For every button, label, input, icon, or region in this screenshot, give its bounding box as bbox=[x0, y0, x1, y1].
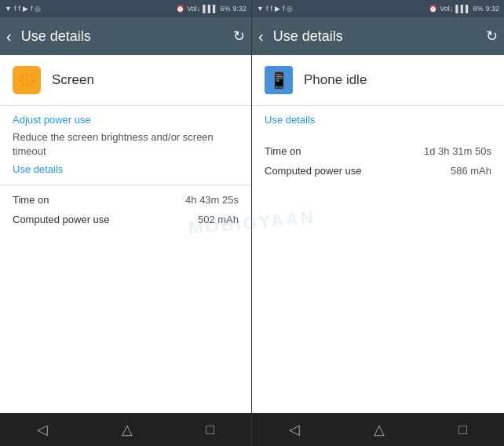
left-stat-value-0: 4h 43m 25s bbox=[185, 194, 239, 206]
right-status-right: ⏰ Vol↓ ▌▌▌ 6% 9:32 bbox=[429, 5, 499, 13]
left-adjust-section: Adjust power use Reduce the screen brigh… bbox=[0, 106, 251, 185]
right-phone-icon: 📱 bbox=[269, 71, 289, 90]
left-stat-row-0: Time on 4h 43m 25s bbox=[13, 190, 239, 210]
left-insta-icon: ◎ bbox=[35, 5, 41, 13]
right-stat-row-1: Computed power use 586 mAh bbox=[265, 161, 491, 181]
left-vol-icon: Vol↓ bbox=[187, 5, 200, 13]
left-back-nav[interactable]: ◁ bbox=[21, 415, 64, 444]
right-toolbar-title: Use details bbox=[273, 28, 486, 45]
right-stat-label-1: Computed power use bbox=[265, 165, 362, 177]
left-screen-icon: 🔆 bbox=[17, 71, 37, 90]
left-home-nav[interactable]: △ bbox=[106, 415, 148, 444]
right-alarm-icon: ⏰ bbox=[429, 5, 437, 13]
right-app-icon: 📱 bbox=[265, 66, 293, 94]
right-fb3-icon: f bbox=[283, 5, 285, 13]
left-toolbar-title: Use details bbox=[21, 28, 233, 45]
left-stat-label-1: Computed power use bbox=[13, 214, 110, 225]
left-stat-value-1: 502 mAh bbox=[198, 214, 239, 225]
left-stat-label-0: Time on bbox=[13, 194, 49, 206]
left-stats: Time on 4h 43m 25s Computed power use 50… bbox=[0, 185, 251, 237]
left-stat-row-1: Computed power use 502 mAh bbox=[13, 210, 239, 229]
right-time: 9:32 bbox=[485, 5, 499, 13]
left-refresh-button[interactable]: ↻ bbox=[233, 27, 245, 45]
left-toolbar: ‹ Use details ↻ bbox=[0, 17, 251, 55]
left-content: 🔆 Screen Adjust power use Reduce the scr… bbox=[0, 55, 251, 413]
right-status-icons: ▼ f f ▶ f ◎ bbox=[257, 5, 293, 13]
left-description: Reduce the screen brightness and/or scre… bbox=[13, 130, 239, 159]
right-battery-icon: 6% bbox=[473, 5, 483, 13]
right-stat-value-1: 586 mAh bbox=[451, 165, 491, 177]
left-status-icons: ▼ f f ▶ f ◎ bbox=[5, 5, 41, 13]
right-signal-icon: ▌▌▌ bbox=[455, 5, 470, 13]
left-fb2-icon: f bbox=[18, 5, 20, 13]
left-signal-icon: ▌▌▌ bbox=[203, 5, 217, 13]
left-yt-icon: ▶ bbox=[23, 5, 28, 13]
right-screen: ▼ f f ▶ f ◎ ⏰ Vol↓ ▌▌▌ 6% 9:32 ‹ Use det… bbox=[252, 0, 504, 446]
screens-wrapper: ▼ f f ▶ f ◎ ⏰ Vol↓ ▌▌▌ 6% 9:32 ‹ Use det… bbox=[0, 0, 504, 446]
left-back-button[interactable]: ‹ bbox=[6, 27, 12, 46]
right-vol-icon: Vol↓ bbox=[440, 5, 453, 13]
left-app-name: Screen bbox=[52, 72, 94, 88]
left-time: 9:32 bbox=[232, 5, 247, 13]
left-nav-bar: ◁ △ □ bbox=[0, 413, 251, 446]
right-fb2-icon: f bbox=[270, 5, 272, 13]
right-app-header: 📱 Phone idle bbox=[252, 55, 504, 105]
left-status-right: ⏰ Vol↓ ▌▌▌ 6% 9:32 bbox=[176, 5, 247, 13]
right-use-section: Use details bbox=[252, 106, 504, 137]
right-yt-icon: ▶ bbox=[275, 5, 280, 13]
left-status-bar: ▼ f f ▶ f ◎ ⏰ Vol↓ ▌▌▌ 6% 9:32 bbox=[0, 0, 251, 17]
right-insta-icon: ◎ bbox=[287, 5, 293, 13]
right-stat-row-0: Time on 1d 3h 31m 50s bbox=[265, 141, 491, 161]
right-content: 📱 Phone idle Use details Time on 1d 3h 3… bbox=[252, 55, 504, 413]
right-back-nav[interactable]: ◁ bbox=[273, 415, 316, 444]
left-app-header: 🔆 Screen bbox=[0, 55, 251, 105]
left-adjust-label[interactable]: Adjust power use bbox=[13, 114, 239, 126]
right-app-name: Phone idle bbox=[304, 72, 367, 88]
right-use-details-label: Use details bbox=[265, 114, 491, 126]
left-fb-icon: f bbox=[14, 5, 16, 13]
right-recent-nav[interactable]: □ bbox=[443, 415, 483, 444]
right-wifi-icon: ▼ bbox=[257, 5, 264, 13]
right-refresh-button[interactable]: ↻ bbox=[486, 27, 498, 45]
right-nav-bar: ◁ △ □ bbox=[252, 413, 504, 446]
right-fb-icon: f bbox=[266, 5, 268, 13]
left-recent-nav[interactable]: □ bbox=[190, 415, 230, 444]
left-fb3-icon: f bbox=[31, 5, 33, 13]
left-battery-icon: 6% bbox=[220, 5, 230, 13]
left-use-details-link[interactable]: Use details bbox=[13, 163, 239, 175]
right-home-nav[interactable]: △ bbox=[358, 415, 400, 444]
right-toolbar: ‹ Use details ↻ bbox=[252, 17, 504, 55]
right-stat-value-0: 1d 3h 31m 50s bbox=[424, 145, 491, 157]
right-back-button[interactable]: ‹ bbox=[258, 27, 264, 46]
right-status-bar: ▼ f f ▶ f ◎ ⏰ Vol↓ ▌▌▌ 6% 9:32 bbox=[252, 0, 504, 17]
left-app-icon: 🔆 bbox=[13, 66, 41, 94]
right-stats: Time on 1d 3h 31m 50s Computed power use… bbox=[252, 137, 504, 188]
left-alarm-icon: ⏰ bbox=[176, 5, 184, 13]
left-screen: ▼ f f ▶ f ◎ ⏰ Vol↓ ▌▌▌ 6% 9:32 ‹ Use det… bbox=[0, 0, 252, 446]
right-stat-label-0: Time on bbox=[265, 145, 301, 157]
left-wifi-icon: ▼ bbox=[5, 5, 12, 13]
